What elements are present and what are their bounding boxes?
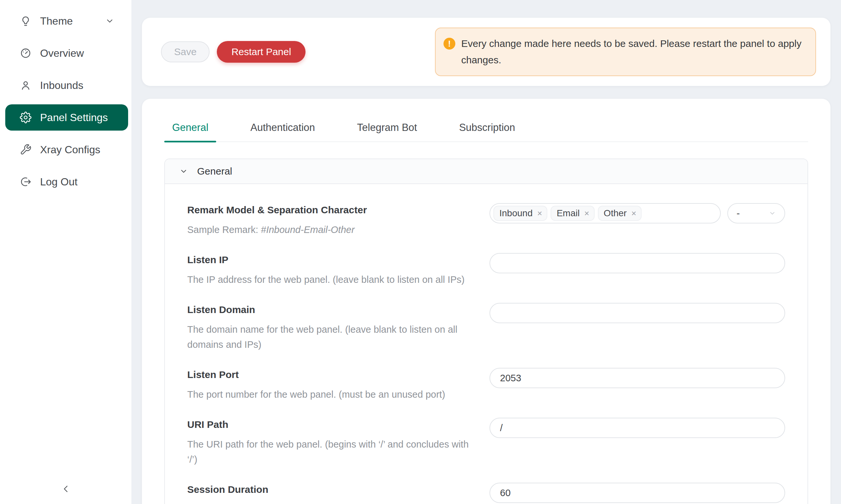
app-screen: Theme Overview Inbounds Panel Settings X… [0, 0, 841, 504]
tag-email: Email× [551, 206, 594, 221]
sidebar-collapse-button[interactable] [0, 483, 132, 497]
field-label: Session Duration [187, 484, 474, 495]
field-label: URI Path [187, 419, 474, 430]
field-label: Listen IP [187, 254, 474, 266]
tab-general[interactable]: General [164, 122, 216, 141]
sidebar-item-overview[interactable]: Overview [5, 40, 128, 66]
listen-domain-input[interactable] [490, 303, 785, 323]
sidebar-item-label: Overview [40, 47, 84, 59]
close-icon[interactable]: × [582, 209, 591, 218]
listen-port-row: Listen Port The port number for the web … [187, 369, 785, 402]
warning-icon: ! [444, 38, 455, 50]
uri-path-input[interactable] [490, 418, 785, 438]
sidebar-item-label: Log Out [40, 176, 78, 188]
separator-select[interactable]: - [727, 203, 785, 223]
field-label: Listen Port [187, 369, 474, 380]
tag-inbound: Inbound× [494, 206, 547, 221]
sidebar-item-panel-settings[interactable]: Panel Settings [5, 104, 128, 131]
sidebar-item-xray-configs[interactable]: Xray Configs [5, 137, 128, 163]
remark-model-select[interactable]: Inbound×Email×Other× [490, 203, 721, 223]
tab-label: General [172, 122, 208, 133]
tab-label: Authentication [250, 122, 315, 133]
listen-ip-row: Listen IP The IP address for the web pan… [187, 254, 785, 287]
dashboard-icon [20, 47, 32, 59]
field-description: The domain name for the web panel. (leav… [187, 322, 474, 352]
logout-icon [20, 176, 32, 188]
save-button[interactable]: Save [161, 41, 210, 62]
sidebar-item-label: Panel Settings [40, 111, 108, 124]
close-icon[interactable]: × [630, 209, 638, 218]
section-title: General [197, 166, 232, 177]
uri-path-row: URI Path The URI path for the web panel.… [187, 419, 785, 467]
field-description: Sample Remark: #Inbound-Email-Other [187, 222, 474, 237]
sidebar-item-log-out[interactable]: Log Out [5, 169, 128, 195]
bulb-icon [20, 15, 32, 27]
sidebar-item-theme[interactable]: Theme [5, 8, 128, 34]
session-duration-input[interactable] [490, 483, 785, 503]
chevron-down-icon [179, 167, 188, 176]
settings-card: GeneralAuthenticationTelegram BotSubscri… [142, 99, 830, 504]
wrench-icon [20, 144, 32, 156]
close-icon[interactable]: × [535, 209, 544, 218]
gear-icon [20, 111, 32, 123]
field-description: The port number for the web panel. (must… [187, 387, 474, 402]
user-icon [20, 79, 32, 91]
general-collapse-panel: General Remark Model & Separation Charac… [164, 159, 808, 504]
general-collapse-header[interactable]: General [165, 159, 807, 184]
listen-ip-input[interactable] [490, 253, 785, 273]
listen-port-input[interactable] [490, 368, 785, 388]
action-buttons: Save Restart Panel [161, 41, 306, 63]
main-content: Save Restart Panel ! Every change made h… [132, 0, 841, 504]
settings-tabs: GeneralAuthenticationTelegram BotSubscri… [164, 122, 808, 142]
field-description: The URI path for the web panel. (begins … [187, 437, 474, 467]
chevron-left-icon [60, 483, 71, 497]
restart-warning-alert: ! Every change made here needs to be sav… [435, 28, 816, 76]
tab-telegram-bot[interactable]: Telegram Bot [349, 122, 425, 141]
field-label: Listen Domain [187, 304, 474, 315]
chevron-down-icon [769, 210, 776, 217]
restart-panel-button[interactable]: Restart Panel [217, 41, 306, 63]
field-description: The IP address for the web panel. (leave… [187, 272, 474, 287]
sidebar-item-inbounds[interactable]: Inbounds [5, 72, 128, 98]
general-form: Remark Model & Separation Character Samp… [165, 184, 807, 504]
tab-label: Subscription [459, 122, 515, 133]
chevron-down-icon [105, 16, 114, 25]
actions-card: Save Restart Panel ! Every change made h… [142, 18, 830, 86]
separator-value: - [737, 208, 740, 219]
field-label: Remark Model & Separation Character [187, 204, 474, 216]
field-description: The duration for which you can stay logg… [187, 502, 474, 504]
tab-authentication[interactable]: Authentication [242, 122, 323, 141]
session-duration-row: Session Duration The duration for which … [187, 484, 785, 504]
tab-subscription[interactable]: Subscription [451, 122, 523, 141]
tag-other: Other× [598, 206, 641, 221]
sidebar-item-label: Inbounds [40, 79, 83, 92]
listen-domain-row: Listen Domain The domain name for the we… [187, 304, 785, 352]
alert-text: Every change made here needs to be saved… [461, 35, 806, 68]
sidebar-item-label: Theme [40, 15, 73, 27]
sidebar: Theme Overview Inbounds Panel Settings X… [0, 0, 132, 504]
tab-label: Telegram Bot [357, 122, 417, 133]
sidebar-nav: Theme Overview Inbounds Panel Settings X… [0, 8, 132, 195]
remark-model-row: Remark Model & Separation Character Samp… [187, 204, 785, 237]
sidebar-item-label: Xray Configs [40, 144, 100, 156]
